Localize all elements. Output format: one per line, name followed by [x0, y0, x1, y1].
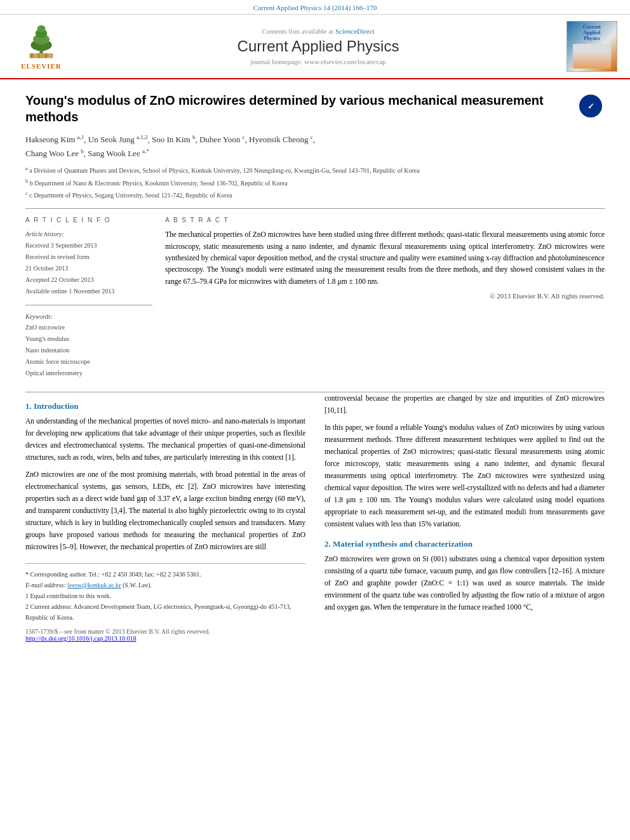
intro-para2: ZnO microwires are one of the most promi… [25, 469, 305, 553]
history-divider [25, 305, 152, 305]
footnotes: * Corresponding author. Tel.: +82 2 450 … [25, 563, 305, 623]
article-info-column: A R T I C L E I N F O Article history: R… [25, 217, 152, 379]
body-two-columns: 1. Introduction An understanding of the … [25, 392, 605, 642]
journal-cover-logo: Current Applied Physics [566, 21, 617, 72]
section1-heading: 1. Introduction [25, 401, 305, 411]
copyright-line: © 2013 Elsevier B.V. All rights reserved… [165, 292, 605, 300]
main-body: 1. Introduction An understanding of the … [0, 392, 630, 655]
footnote2: 2 Current address: Advanced Development … [25, 601, 305, 623]
svg-rect-7 [34, 53, 37, 58]
footnote-corresponding: * Corresponding author. Tel.: +82 2 450 … [25, 569, 305, 580]
svg-rect-6 [30, 53, 33, 58]
journal-homepage: journal homepage: www.elsevier.com/locat… [76, 58, 560, 65]
abstract-text: The mechanical properties of ZnO microwi… [165, 229, 605, 287]
abstract-column: A B S T R A C T The mechanical propertie… [165, 217, 605, 379]
journal-title: Current Applied Physics [76, 37, 560, 55]
keywords-section: Keywords: ZnO microwire Young's modulus … [25, 313, 152, 379]
affiliations: a a Division of Quantum Phases and Devic… [25, 164, 605, 201]
elsevier-brand: ELSEVIER [21, 62, 62, 70]
journal-center-info: Contents lists available at ScienceDirec… [76, 27, 560, 65]
body-left-column: 1. Introduction An understanding of the … [25, 392, 305, 642]
svg-rect-11 [48, 53, 51, 58]
crossmark-badge-container[interactable]: ✓ [579, 95, 605, 117]
article-title: Young's modulus of ZnO microwires determ… [25, 92, 573, 125]
article-title-section: Young's modulus of ZnO microwires determ… [25, 92, 605, 125]
intro-para3: controversial because the properties are… [325, 392, 605, 417]
elsevier-logo: ELSEVIER [13, 23, 70, 70]
issn-line: 1567-1739/$ – see front matter © 2013 El… [25, 628, 305, 635]
svg-point-4 [37, 25, 46, 32]
crossmark-icon[interactable]: ✓ [579, 95, 602, 117]
intro-para1: An understanding of the mechanical prope… [25, 415, 305, 463]
divider [25, 208, 605, 209]
sciencedirect-link[interactable]: ScienceDirect [335, 27, 375, 35]
journal-header: ELSEVIER Contents lists available at Sci… [0, 15, 630, 79]
section2-para1: ZnO microwires were grown on Si (001) su… [325, 553, 605, 613]
article-history: Article history: Received 3 September 20… [25, 229, 152, 297]
intro-para4: In this paper, we found a reliable Young… [325, 422, 605, 530]
svg-rect-9 [41, 53, 44, 58]
body-right-column: controversial because the properties are… [325, 392, 605, 642]
article-info-label: A R T I C L E I N F O [25, 217, 152, 223]
footnote1: 1 Equal contribution to this work. [25, 590, 305, 601]
keywords-list: ZnO microwire Young's modulus Nano inden… [25, 322, 152, 379]
svg-text:✓: ✓ [587, 102, 594, 111]
section2-heading: 2. Material synthesis and characterizati… [325, 539, 605, 549]
authors-line: Hakseong Kim a,1, Un Seok Jung a,1,2, So… [25, 133, 605, 161]
abstract-label: A B S T R A C T [165, 217, 605, 223]
sciencedirect-label: Contents lists available at ScienceDirec… [76, 27, 560, 35]
doi-line: http://dx.doi.org/10.1016/j.cap.2013.10.… [25, 635, 305, 642]
svg-rect-10 [45, 53, 48, 58]
article-info-abstract: A R T I C L E I N F O Article history: R… [25, 217, 605, 379]
journal-citation: Current Applied Physics 14 (2014) 166–17… [0, 0, 630, 15]
svg-rect-8 [37, 53, 40, 58]
footnote-email: E-mail address: leesw@konkuk.ac.kr (S.W.… [25, 580, 305, 590]
article-container: Young's modulus of ZnO microwires determ… [0, 79, 630, 392]
